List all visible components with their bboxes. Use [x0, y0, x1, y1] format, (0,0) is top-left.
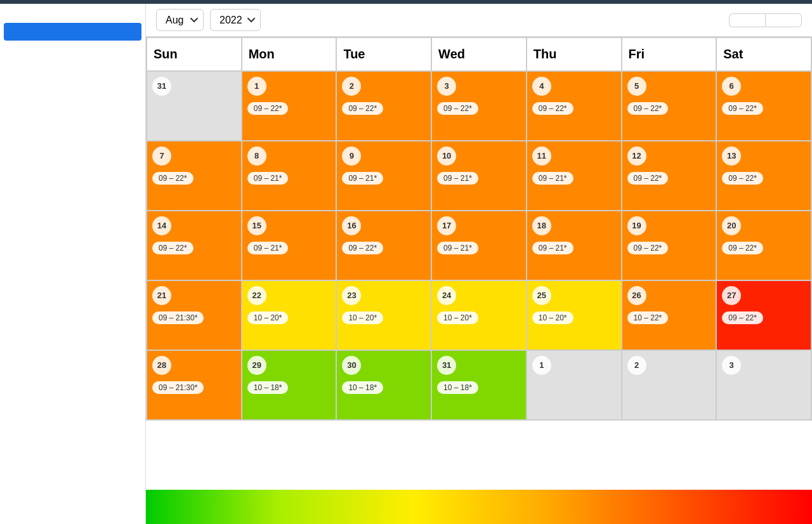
day-number: 15: [247, 216, 266, 235]
calendar-cell-27-week4[interactable]: 2709 – 22*: [716, 280, 811, 350]
sidebar-item-live-waiting[interactable]: [0, 4, 145, 22]
calendar-cell-29-week5[interactable]: 2910 – 18*: [242, 350, 337, 420]
calendar-cell-24-week4[interactable]: 2410 – 20*: [431, 280, 527, 350]
time-badge: 10 – 20*: [437, 311, 478, 324]
day-number: 10: [437, 147, 456, 166]
sidebar: [0, 4, 146, 524]
time-badge: 09 – 21*: [247, 172, 289, 185]
calendar-cell-17-week3[interactable]: 1709 – 21*: [431, 211, 527, 280]
day-number: 21: [152, 286, 171, 305]
day-number: 22: [247, 286, 266, 305]
day-number: 6: [722, 77, 741, 96]
top-bar-selects: JanFebMarApr MayJunJulAug SepOctNovDec 2…: [156, 9, 723, 31]
time-badge: 09 – 22*: [532, 102, 573, 115]
calendar-cell-20-week3[interactable]: 2009 – 22*: [716, 211, 811, 280]
calendar-cell-18-week3[interactable]: 1809 – 21*: [527, 211, 622, 280]
time-badge: 09 – 21*: [437, 172, 478, 185]
time-badge: 09 – 22*: [247, 102, 289, 115]
calendar-cell-6-week1[interactable]: 609 – 22*: [716, 71, 811, 141]
day-number: 3: [722, 356, 741, 375]
calendar-cell-4-week1[interactable]: 409 – 22*: [527, 71, 622, 141]
previous-button[interactable]: [729, 13, 765, 27]
calendar-cell-23-week4[interactable]: 2310 – 20*: [336, 280, 431, 350]
calendar-cell-2-week5[interactable]: 2: [622, 350, 717, 420]
time-badge: 09 – 21:30*: [152, 381, 204, 394]
calendar-cell-1-week5[interactable]: 1: [527, 350, 622, 420]
calendar-cell-13-week2[interactable]: 1309 – 22*: [716, 141, 811, 211]
calendar-cell-31-week1[interactable]: 31: [147, 71, 242, 141]
day-number: 1: [532, 356, 551, 375]
calendar-cell-1-week1[interactable]: 109 – 22*: [242, 71, 337, 141]
day-number: 19: [627, 216, 646, 235]
calendar-cell-15-week3[interactable]: 1509 – 21*: [242, 211, 337, 280]
calendar-cell-3-week1[interactable]: 309 – 22*: [431, 71, 527, 141]
time-badge: 10 – 20*: [342, 311, 383, 324]
day-number: 31: [437, 356, 456, 375]
calendar-header-fri: Fri: [622, 37, 717, 71]
year-select[interactable]: 202020212022 20232024: [210, 9, 261, 31]
calendar-week-3: 1409 – 22*1509 – 21*1609 – 22*1709 – 21*…: [147, 211, 811, 280]
time-badge: 10 – 18*: [247, 381, 289, 394]
time-badge: 09 – 22*: [342, 102, 383, 115]
calendar-cell-3-week5[interactable]: 3: [716, 350, 811, 420]
time-badge: 09 – 22*: [627, 242, 669, 254]
calendar-week-2: 709 – 22*809 – 21*909 – 21*1009 – 21*110…: [147, 141, 811, 211]
day-number: 28: [152, 356, 171, 375]
calendar-cell-28-week5[interactable]: 2809 – 21:30*: [147, 350, 242, 420]
calendar-cell-25-week4[interactable]: 2510 – 20*: [527, 280, 622, 350]
day-number: 2: [627, 356, 646, 375]
calendar-cell-19-week3[interactable]: 1909 – 22*: [622, 211, 717, 280]
time-badge: 09 – 22*: [437, 102, 478, 115]
day-number: 18: [532, 216, 551, 235]
day-number: 25: [532, 286, 551, 305]
time-badge: 09 – 22*: [342, 242, 383, 254]
calendar-cell-16-week3[interactable]: 1609 – 22*: [336, 211, 431, 280]
sidebar-item-attendance[interactable]: [0, 60, 145, 77]
calendar-cell-26-week4[interactable]: 2610 – 22*: [622, 280, 717, 350]
calendar-grid: SunMonTueWedThuFriSat 31109 – 22*209 – 2…: [146, 37, 812, 421]
time-badge: 09 – 21:30*: [152, 311, 204, 324]
time-badge: 09 – 22*: [152, 172, 193, 185]
calendar-cell-22-week4[interactable]: 2210 – 20*: [242, 280, 337, 350]
day-number: 11: [532, 147, 551, 166]
app-container: JanFebMarApr MayJunJulAug SepOctNovDec 2…: [0, 4, 812, 524]
day-number: 23: [342, 286, 361, 305]
calendar-cell-9-week2[interactable]: 909 – 21*: [336, 141, 431, 211]
day-number: 7: [152, 147, 171, 166]
nav-buttons: [729, 13, 802, 27]
time-badge: 09 – 21*: [532, 242, 573, 254]
calendar-header-mon: Mon: [242, 37, 337, 71]
day-number: 3: [437, 77, 456, 96]
time-badge: 09 – 22*: [722, 311, 763, 324]
time-badge: 10 – 22*: [627, 311, 669, 324]
calendar-cell-12-week2[interactable]: 1209 – 22*: [622, 141, 717, 211]
calendar-cell-7-week2[interactable]: 709 – 22*: [147, 141, 242, 211]
calendar-cell-11-week2[interactable]: 1109 – 21*: [527, 141, 622, 211]
next-button[interactable]: [765, 13, 802, 27]
time-badge: 09 – 22*: [722, 172, 763, 185]
calendar-cell-14-week3[interactable]: 1409 – 22*: [147, 211, 242, 280]
calendar-header-sun: Sun: [147, 37, 242, 71]
calendar-cell-2-week1[interactable]: 209 – 22*: [336, 71, 431, 141]
month-select[interactable]: JanFebMarApr MayJunJulAug SepOctNovDec: [156, 9, 204, 31]
calendar-cell-21-week4[interactable]: 2109 – 21:30*: [147, 280, 242, 350]
main-content: JanFebMarApr MayJunJulAug SepOctNovDec 2…: [146, 4, 812, 524]
time-badge: 09 – 22*: [627, 102, 669, 115]
calendar-cell-30-week5[interactable]: 3010 – 18*: [336, 350, 431, 420]
day-number: 26: [627, 286, 646, 305]
calendar-cell-5-week1[interactable]: 509 – 22*: [622, 71, 717, 141]
time-badge: 09 – 21*: [437, 242, 478, 254]
calendar-cell-10-week2[interactable]: 1009 – 21*: [431, 141, 527, 211]
sidebar-item-statistics[interactable]: [0, 42, 145, 60]
calendar-header-thu: Thu: [527, 37, 622, 71]
day-number: 16: [342, 216, 361, 235]
calendar-wrapper: SunMonTueWedThuFriSat 31109 – 22*209 – 2…: [146, 37, 812, 490]
day-number: 31: [152, 77, 171, 96]
calendar-week-4: 2109 – 21:30*2210 – 20*2310 – 20*2410 – …: [147, 280, 811, 350]
sidebar-item-crowd-calendar[interactable]: [4, 23, 141, 41]
legend-bar: [146, 490, 812, 524]
calendar-cell-31-week5[interactable]: 3110 – 18*: [431, 350, 527, 420]
calendar-header-sat: Sat: [716, 37, 811, 71]
calendar-cell-8-week2[interactable]: 809 – 21*: [242, 141, 337, 211]
time-badge: 09 – 22*: [627, 172, 669, 185]
